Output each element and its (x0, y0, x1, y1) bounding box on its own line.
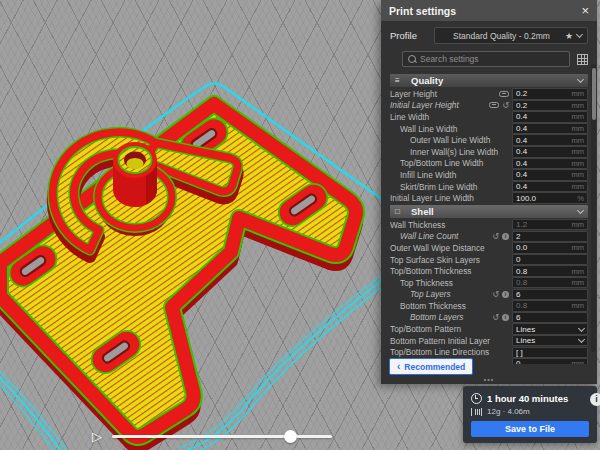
setting-value-field[interactable]: 0.8mm (512, 277, 588, 289)
link-icon[interactable] (499, 91, 509, 97)
scrollbar-thumb[interactable] (592, 68, 596, 120)
setting-value: Lines (516, 336, 579, 345)
revert-icon[interactable]: ↺ (492, 232, 499, 241)
setting-value-field[interactable]: 0mm (512, 358, 588, 364)
setting-select[interactable]: Lines (512, 335, 588, 347)
chevron-down-icon (578, 336, 585, 343)
setting-value-field[interactable]: 0.8mm (512, 265, 588, 277)
category-header-quality[interactable]: ≡Quality (390, 74, 588, 87)
info-icon[interactable]: i (502, 291, 509, 298)
setting-value: 0 (516, 359, 572, 364)
setting-value-field[interactable]: 6 (512, 289, 588, 301)
category-label: Shell (407, 206, 578, 217)
search-input[interactable]: Search settings (402, 51, 570, 67)
setting-row: Inner Wall(s) Line Width0.4mm (390, 146, 588, 158)
setting-value-field[interactable]: 0.4mm (512, 181, 588, 193)
setting-unit: mm (572, 112, 585, 121)
setting-row: Top Thickness0.8mm (390, 277, 588, 289)
print-time-row: 1 hour 40 minutes (471, 393, 589, 404)
save-button-label: Save to File (505, 424, 555, 434)
setting-unit: mm (572, 220, 585, 229)
setting-value-field[interactable]: 0.4mm (512, 123, 588, 135)
setting-value: 1.2 (516, 220, 572, 229)
setting-value-field[interactable]: [ ] (512, 347, 588, 359)
setting-unit: mm (572, 124, 585, 133)
close-icon[interactable]: × (581, 4, 589, 17)
panel-header[interactable]: Print settings × (381, 0, 597, 21)
revert-icon[interactable]: ↺ (502, 101, 509, 110)
row-icons (496, 91, 509, 97)
setting-value-field[interactable]: 0.4mm (512, 134, 588, 146)
setting-value-field[interactable]: 0.4mm (512, 146, 588, 158)
setting-unit: mm (572, 101, 585, 110)
setting-row: Line Width0.4mm (390, 111, 588, 123)
revert-icon[interactable]: ↺ (492, 313, 499, 322)
panel-title: Print settings (389, 5, 456, 17)
setting-label: Top Layers (390, 289, 489, 299)
search-icon (408, 55, 416, 63)
print-settings-panel: Print settings × Profile Standard Qualit… (381, 0, 597, 384)
category-header-shell[interactable]: □Shell (390, 205, 588, 218)
setting-value-field[interactable]: 100.0% (512, 192, 588, 204)
play-button[interactable]: ▷ (92, 430, 102, 443)
setting-value: 0.2 (516, 101, 572, 110)
profile-dropdown[interactable]: Standard Quality - 0.2mm ★ (434, 27, 588, 44)
job-summary-box: 1 hour 40 minutes i 12g · 4.06m Save to … (463, 386, 597, 443)
filter-icon[interactable] (577, 54, 588, 65)
setting-value-field[interactable]: 0.4mm (512, 158, 588, 170)
setting-label: Outer Wall Line Width (390, 135, 509, 145)
layer-slider-handle[interactable] (284, 430, 297, 443)
setting-value-field[interactable]: 0.2mm (512, 100, 588, 112)
setting-value: 100.0 (516, 194, 577, 203)
setting-unit: mm (572, 89, 585, 98)
setting-label: Initial Layer Line Width (390, 193, 509, 203)
setting-value-field[interactable]: 2 (512, 231, 588, 243)
profile-label: Profile (390, 30, 434, 41)
setting-row: Top/Bottom Line Directions[ ] (390, 346, 588, 358)
setting-unit: % (577, 194, 584, 203)
info-icon[interactable]: i (590, 393, 600, 406)
setting-value-field[interactable]: 1.2mm (512, 219, 588, 231)
chevron-left-icon: ‹ (397, 361, 400, 372)
setting-value-field[interactable]: 0.8mm (512, 300, 588, 312)
revert-icon[interactable]: ↺ (492, 290, 499, 299)
recommended-button[interactable]: ‹ Recommended (389, 358, 473, 375)
chevron-down-icon (577, 76, 584, 83)
setting-value-field[interactable]: 0.2mm (512, 88, 588, 100)
row-icons: ↺i (489, 290, 509, 299)
setting-select[interactable]: Lines (512, 323, 588, 335)
info-icon[interactable]: i (502, 233, 509, 240)
shell-icon: □ (395, 207, 407, 216)
setting-value-field[interactable]: 0.0mm (512, 242, 588, 254)
setting-label: Layer Height (390, 89, 496, 99)
setting-value: 6 (516, 290, 584, 299)
setting-list: ≡QualityLayer Height0.2mmInitial Layer H… (390, 73, 588, 364)
setting-value-field[interactable]: 0.4mm (512, 111, 588, 123)
setting-value: [ ] (516, 348, 584, 357)
material-estimate: 12g · 4.06m (487, 407, 530, 416)
layer-playback-slider: ▷ (92, 424, 352, 448)
link-icon[interactable] (489, 102, 499, 108)
save-to-file-button[interactable]: Save to File (471, 421, 589, 437)
setting-value-field[interactable]: 0.4mm (512, 169, 588, 181)
panel-resize-handle[interactable]: ••• (381, 376, 597, 383)
category-label: Quality (407, 75, 578, 86)
setting-value-field[interactable]: 0 (512, 254, 588, 266)
setting-label: Bottom Thickness (390, 301, 509, 311)
layer-slider-track[interactable] (112, 435, 332, 438)
star-icon[interactable]: ★ (565, 31, 573, 41)
row-icons: ↺i (489, 313, 509, 322)
setting-label: Bottom Pattern Initial Layer (390, 336, 509, 346)
setting-value-field[interactable]: 6 (512, 312, 588, 324)
setting-row: Initial Layer Line Width100.0% (390, 192, 588, 204)
setting-value: 0.4 (516, 124, 572, 133)
setting-row: Initial Layer Height↺0.2mm (390, 100, 588, 112)
row-icons: ↺ (486, 101, 509, 110)
spool-icon (471, 408, 482, 416)
setting-label: Wall Line Count (390, 231, 489, 241)
setting-row: Top Surface Skin Layers0 (390, 254, 588, 266)
setting-row: Wall Line Width0.4mm (390, 123, 588, 135)
scrollbar[interactable] (591, 64, 596, 352)
info-icon[interactable]: i (502, 314, 509, 321)
setting-label: Line Width (390, 112, 509, 122)
